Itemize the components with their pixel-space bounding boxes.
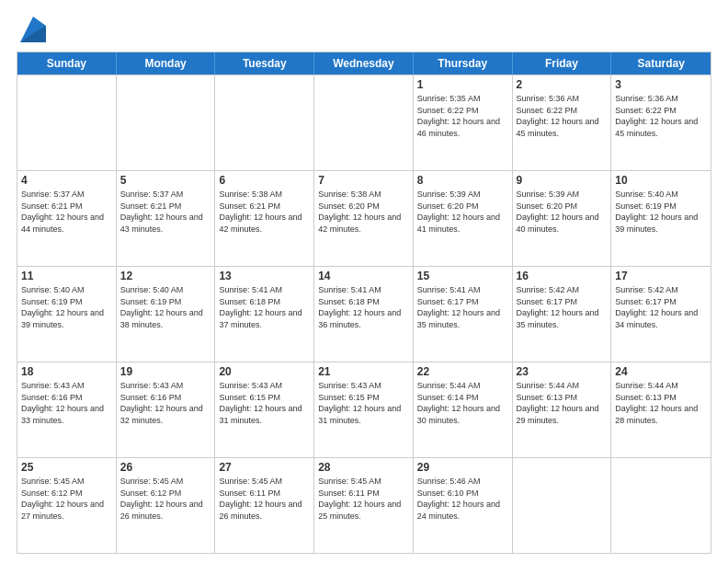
day-info: Sunrise: 5:41 AM Sunset: 6:18 PM Dayligh…: [318, 284, 409, 330]
day-number: 12: [120, 270, 211, 282]
week-row-1: 1Sunrise: 5:35 AM Sunset: 6:22 PM Daylig…: [17, 75, 711, 170]
calendar-cell: 29Sunrise: 5:46 AM Sunset: 6:10 PM Dayli…: [414, 458, 513, 553]
day-number: 11: [21, 270, 112, 282]
day-number: 13: [219, 270, 310, 282]
calendar-cell: 3Sunrise: 5:36 AM Sunset: 6:22 PM Daylig…: [611, 75, 711, 170]
day-info: Sunrise: 5:45 AM Sunset: 6:11 PM Dayligh…: [318, 476, 409, 522]
day-number: 15: [417, 270, 508, 282]
calendar-cell: 4Sunrise: 5:37 AM Sunset: 6:21 PM Daylig…: [17, 171, 117, 266]
calendar-page: SundayMondayTuesdayWednesdayThursdayFrid…: [0, 0, 728, 563]
calendar-cell: 9Sunrise: 5:39 AM Sunset: 6:20 PM Daylig…: [513, 171, 612, 266]
day-info: Sunrise: 5:38 AM Sunset: 6:21 PM Dayligh…: [219, 189, 310, 235]
week-row-5: 25Sunrise: 5:45 AM Sunset: 6:12 PM Dayli…: [17, 457, 711, 553]
calendar-cell: 24Sunrise: 5:44 AM Sunset: 6:13 PM Dayli…: [611, 362, 711, 457]
day-info: Sunrise: 5:41 AM Sunset: 6:18 PM Dayligh…: [219, 284, 310, 330]
day-number: 7: [318, 174, 409, 187]
day-info: Sunrise: 5:36 AM Sunset: 6:22 PM Dayligh…: [517, 93, 608, 139]
day-number: 19: [120, 365, 211, 378]
calendar-cell: 17Sunrise: 5:42 AM Sunset: 6:17 PM Dayli…: [611, 267, 711, 362]
day-number: 21: [318, 365, 409, 378]
calendar-cell: [215, 75, 314, 170]
day-info: Sunrise: 5:38 AM Sunset: 6:20 PM Dayligh…: [318, 189, 409, 235]
day-number: 23: [517, 365, 608, 378]
logo-icon: [20, 17, 46, 42]
day-info: Sunrise: 5:42 AM Sunset: 6:17 PM Dayligh…: [517, 284, 608, 330]
calendar-cell: 2Sunrise: 5:36 AM Sunset: 6:22 PM Daylig…: [513, 75, 612, 170]
weekday-header: Thursday: [414, 52, 513, 75]
day-number: 2: [517, 78, 608, 91]
weekday-header: Monday: [117, 52, 216, 75]
calendar-cell: 19Sunrise: 5:43 AM Sunset: 6:16 PM Dayli…: [117, 362, 216, 457]
calendar-cell: 20Sunrise: 5:43 AM Sunset: 6:15 PM Dayli…: [215, 362, 314, 457]
page-header: [17, 17, 711, 42]
day-info: Sunrise: 5:40 AM Sunset: 6:19 PM Dayligh…: [21, 284, 112, 330]
calendar-cell: 21Sunrise: 5:43 AM Sunset: 6:15 PM Dayli…: [314, 362, 414, 457]
day-number: 1: [417, 78, 508, 91]
week-row-4: 18Sunrise: 5:43 AM Sunset: 6:16 PM Dayli…: [17, 362, 711, 457]
weekday-header: Tuesday: [215, 52, 314, 75]
day-number: 4: [21, 174, 112, 187]
week-row-3: 11Sunrise: 5:40 AM Sunset: 6:19 PM Dayli…: [17, 266, 711, 362]
calendar-cell: 14Sunrise: 5:41 AM Sunset: 6:18 PM Dayli…: [314, 267, 414, 362]
day-number: 29: [417, 461, 508, 474]
day-number: 3: [615, 78, 707, 91]
week-row-2: 4Sunrise: 5:37 AM Sunset: 6:21 PM Daylig…: [17, 170, 711, 266]
day-info: Sunrise: 5:46 AM Sunset: 6:10 PM Dayligh…: [417, 476, 508, 522]
day-info: Sunrise: 5:35 AM Sunset: 6:22 PM Dayligh…: [417, 93, 508, 139]
day-info: Sunrise: 5:39 AM Sunset: 6:20 PM Dayligh…: [417, 189, 508, 235]
day-info: Sunrise: 5:40 AM Sunset: 6:19 PM Dayligh…: [120, 284, 211, 330]
calendar-cell: 18Sunrise: 5:43 AM Sunset: 6:16 PM Dayli…: [17, 362, 117, 457]
calendar: SundayMondayTuesdayWednesdayThursdayFrid…: [17, 52, 711, 554]
day-info: Sunrise: 5:37 AM Sunset: 6:21 PM Dayligh…: [21, 189, 112, 235]
day-number: 22: [417, 365, 508, 378]
calendar-cell: 11Sunrise: 5:40 AM Sunset: 6:19 PM Dayli…: [17, 267, 117, 362]
day-number: 24: [615, 365, 707, 378]
day-number: 18: [21, 365, 112, 378]
calendar-cell: 6Sunrise: 5:38 AM Sunset: 6:21 PM Daylig…: [215, 171, 314, 266]
day-info: Sunrise: 5:45 AM Sunset: 6:11 PM Dayligh…: [219, 476, 310, 522]
day-number: 10: [615, 174, 707, 187]
calendar-cell: 15Sunrise: 5:41 AM Sunset: 6:17 PM Dayli…: [414, 267, 513, 362]
day-number: 28: [318, 461, 409, 474]
day-number: 9: [517, 174, 608, 187]
logo: [17, 17, 46, 42]
calendar-cell: 5Sunrise: 5:37 AM Sunset: 6:21 PM Daylig…: [117, 171, 216, 266]
calendar-cell: 10Sunrise: 5:40 AM Sunset: 6:19 PM Dayli…: [611, 171, 711, 266]
day-info: Sunrise: 5:45 AM Sunset: 6:12 PM Dayligh…: [120, 476, 211, 522]
day-number: 14: [318, 270, 409, 282]
day-number: 6: [219, 174, 310, 187]
day-info: Sunrise: 5:43 AM Sunset: 6:16 PM Dayligh…: [21, 380, 112, 426]
calendar-cell: 13Sunrise: 5:41 AM Sunset: 6:18 PM Dayli…: [215, 267, 314, 362]
calendar-cell: 26Sunrise: 5:45 AM Sunset: 6:12 PM Dayli…: [117, 458, 216, 553]
day-info: Sunrise: 5:40 AM Sunset: 6:19 PM Dayligh…: [615, 189, 707, 235]
calendar-cell: 1Sunrise: 5:35 AM Sunset: 6:22 PM Daylig…: [414, 75, 513, 170]
day-info: Sunrise: 5:43 AM Sunset: 6:15 PM Dayligh…: [219, 380, 310, 426]
day-number: 20: [219, 365, 310, 378]
day-info: Sunrise: 5:37 AM Sunset: 6:21 PM Dayligh…: [120, 189, 211, 235]
calendar-cell: [611, 458, 711, 553]
calendar-cell: 27Sunrise: 5:45 AM Sunset: 6:11 PM Dayli…: [215, 458, 314, 553]
day-info: Sunrise: 5:43 AM Sunset: 6:16 PM Dayligh…: [120, 380, 211, 426]
day-info: Sunrise: 5:44 AM Sunset: 6:14 PM Dayligh…: [417, 380, 508, 426]
day-info: Sunrise: 5:42 AM Sunset: 6:17 PM Dayligh…: [615, 284, 707, 330]
day-number: 25: [21, 461, 112, 474]
day-info: Sunrise: 5:41 AM Sunset: 6:17 PM Dayligh…: [417, 284, 508, 330]
weekday-header: Saturday: [611, 52, 711, 75]
calendar-cell: 28Sunrise: 5:45 AM Sunset: 6:11 PM Dayli…: [314, 458, 414, 553]
calendar-cell: [513, 458, 612, 553]
calendar-body: 1Sunrise: 5:35 AM Sunset: 6:22 PM Daylig…: [17, 75, 711, 553]
day-info: Sunrise: 5:44 AM Sunset: 6:13 PM Dayligh…: [517, 380, 608, 426]
calendar-cell: 23Sunrise: 5:44 AM Sunset: 6:13 PM Dayli…: [513, 362, 612, 457]
day-number: 17: [615, 270, 707, 282]
day-number: 8: [417, 174, 508, 187]
day-number: 26: [120, 461, 211, 474]
calendar-cell: 12Sunrise: 5:40 AM Sunset: 6:19 PM Dayli…: [117, 267, 216, 362]
day-number: 27: [219, 461, 310, 474]
weekday-header: Wednesday: [314, 52, 414, 75]
calendar-cell: 25Sunrise: 5:45 AM Sunset: 6:12 PM Dayli…: [17, 458, 117, 553]
day-number: 16: [517, 270, 608, 282]
day-info: Sunrise: 5:44 AM Sunset: 6:13 PM Dayligh…: [615, 380, 707, 426]
calendar-cell: 22Sunrise: 5:44 AM Sunset: 6:14 PM Dayli…: [414, 362, 513, 457]
weekday-header: Sunday: [17, 52, 117, 75]
weekday-header: Friday: [513, 52, 612, 75]
